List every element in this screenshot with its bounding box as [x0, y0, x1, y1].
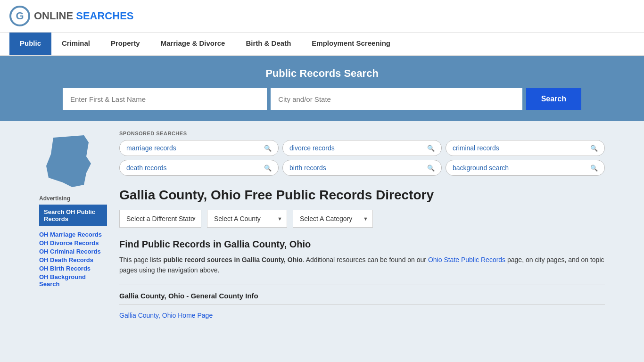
section1-title: Gallia County, Ohio - General County Inf…: [119, 292, 605, 300]
sidebar-links: OH Marriage Records OH Divorce Records O…: [39, 231, 107, 288]
section2-link[interactable]: Gallia County, Ohio Home Page: [119, 312, 213, 319]
pill-marriage-label: marriage records: [126, 144, 176, 152]
logo-icon: G: [9, 6, 30, 26]
svg-text:G: G: [16, 10, 24, 22]
sidebar-link-background[interactable]: OH Background Search: [39, 273, 107, 288]
county-dropdown-wrapper: Select A County: [207, 210, 287, 228]
pill-divorce-label: divorce records: [289, 144, 335, 152]
sidebar-link-criminal[interactable]: OH Criminal Records: [39, 248, 107, 255]
nav-item-public[interactable]: Public: [9, 33, 51, 55]
search-banner-title: Public Records Search: [14, 67, 630, 80]
pill-background[interactable]: background search 🔍: [446, 160, 605, 176]
search-banner: Public Records Search Search: [0, 56, 644, 121]
header: G ONLINE SEARCHES: [0, 0, 644, 33]
main-content: Advertising Search OH Public Records OH …: [30, 121, 614, 324]
search-icon-birth: 🔍: [427, 165, 435, 172]
ohio-state-link[interactable]: Ohio State Public Records: [428, 256, 505, 263]
find-title: Find Public Records in Gallia County, Oh…: [119, 239, 605, 250]
nav-item-marriage[interactable]: Marriage & Divorce: [150, 33, 236, 55]
search-button[interactable]: Search: [526, 88, 581, 110]
category-dropdown[interactable]: Select A Category: [293, 210, 373, 228]
nav-item-property[interactable]: Property: [100, 33, 150, 55]
ohio-map: [39, 131, 100, 192]
find-description: This page lists public record sources in…: [119, 255, 605, 276]
search-icon-criminal: 🔍: [590, 145, 598, 152]
pill-death[interactable]: death records 🔍: [119, 160, 279, 176]
category-dropdown-wrapper: Select A Category: [293, 210, 373, 228]
logo-searches: SEARCHES: [76, 10, 133, 22]
logo-text: ONLINE SEARCHES: [34, 10, 134, 22]
main-nav: Public Criminal Property Marriage & Divo…: [0, 33, 644, 56]
find-desc-bold: public record sources in Gallia County, …: [163, 256, 302, 263]
sponsored-label: SPONSORED SEARCHES: [119, 131, 605, 136]
nav-item-birth[interactable]: Birth & Death: [235, 33, 301, 55]
find-desc-part2: . Additional resources can be found on o…: [303, 256, 428, 263]
nav-item-criminal[interactable]: Criminal: [51, 33, 100, 55]
right-content: SPONSORED SEARCHES marriage records 🔍 di…: [115, 131, 605, 324]
pill-divorce[interactable]: divorce records 🔍: [282, 140, 442, 156]
ad-box[interactable]: Search OH Public Records: [39, 205, 107, 226]
search-icon-death: 🔍: [264, 165, 272, 172]
pill-marriage[interactable]: marriage records 🔍: [119, 140, 279, 156]
sidebar-link-marriage[interactable]: OH Marriage Records: [39, 231, 107, 238]
pill-death-label: death records: [126, 164, 167, 172]
pill-birth-label: birth records: [289, 164, 326, 172]
logo-online: ONLINE: [34, 10, 73, 22]
name-input[interactable]: [63, 88, 267, 110]
sidebar: Advertising Search OH Public Records OH …: [39, 131, 115, 324]
search-icon-background: 🔍: [590, 165, 598, 172]
section-general-info: Gallia County, Ohio - General County Inf…: [119, 285, 605, 304]
sponsored-pills: marriage records 🔍 divorce records 🔍 cri…: [119, 140, 605, 176]
state-dropdown[interactable]: Select a Different State: [119, 210, 201, 228]
logo: G ONLINE SEARCHES: [9, 6, 134, 26]
advertising-label: Advertising: [39, 195, 107, 202]
nav-item-employment[interactable]: Employment Screening: [301, 33, 401, 55]
county-dropdown[interactable]: Select A County: [207, 210, 287, 228]
find-desc-part1: This page lists: [119, 256, 163, 263]
pill-birth[interactable]: birth records 🔍: [282, 160, 442, 176]
sidebar-link-death[interactable]: OH Death Records: [39, 256, 107, 263]
pill-criminal[interactable]: criminal records 🔍: [446, 140, 605, 156]
dropdowns-row: Select a Different State Select A County…: [119, 210, 605, 228]
sidebar-link-birth[interactable]: OH Birth Records: [39, 265, 107, 272]
pill-background-label: background search: [453, 164, 509, 172]
section-home-page: Gallia County, Ohio Home Page: [119, 304, 605, 324]
sidebar-link-divorce[interactable]: OH Divorce Records: [39, 239, 107, 247]
state-dropdown-wrapper: Select a Different State: [119, 210, 201, 228]
pill-criminal-label: criminal records: [453, 144, 499, 152]
location-input[interactable]: [271, 88, 522, 110]
directory-title: Gallia County, Ohio Free Public Records …: [119, 187, 605, 203]
search-icon-divorce: 🔍: [427, 145, 435, 152]
search-row: Search: [63, 88, 581, 110]
search-icon-marriage: 🔍: [264, 145, 272, 152]
